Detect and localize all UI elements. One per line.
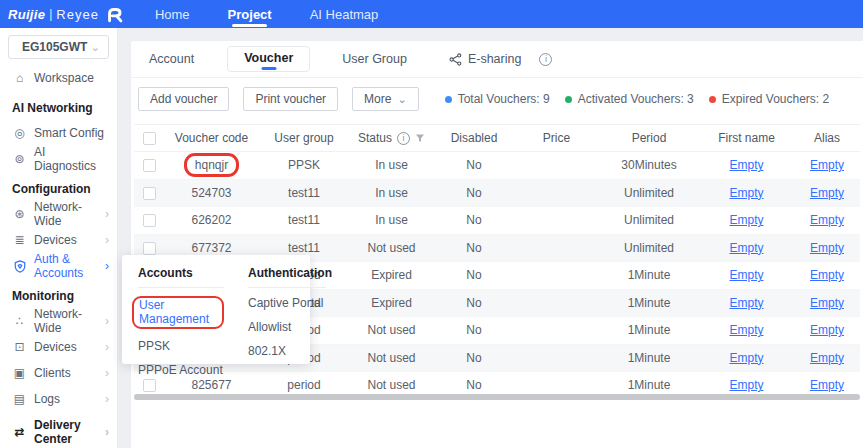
table-row: 524703 test11 In use No Unlimited Empty … — [134, 180, 860, 208]
status-cell: Not used — [349, 323, 434, 337]
first-name-empty-link[interactable]: Empty — [729, 378, 763, 392]
first-name-empty-link[interactable]: Empty — [729, 268, 763, 282]
horizontal-scrollbar-thumb[interactable] — [134, 394, 860, 400]
more-button[interactable]: More ⌄ — [352, 87, 419, 111]
voucher-code-value: 626202 — [191, 213, 231, 227]
brand-logo: Ruijie | Reyee — [0, 6, 125, 23]
menu-item-allowlist[interactable]: Allowlist — [248, 320, 326, 334]
nav-item-project[interactable]: Project — [228, 0, 272, 28]
period-cell: 1Minute — [599, 378, 699, 392]
status-cell: Not used — [349, 378, 434, 392]
period-cell: Unlimited — [599, 213, 699, 227]
disabled-cell: No — [434, 158, 514, 172]
voucher-code-cell: 825677 — [164, 378, 259, 392]
alias-empty-link[interactable]: Empty — [810, 323, 844, 337]
sidebar-item-clients[interactable]: ▣ Clients › — [0, 360, 117, 386]
info-icon[interactable]: i — [539, 53, 552, 66]
auth-accounts-popup-menu: Accounts User Management PPSK PPPoE Acco… — [122, 255, 310, 364]
sidebar-item-auth-accounts[interactable]: Auth & Accounts › — [0, 253, 117, 279]
column-user-group: User group — [259, 131, 349, 145]
first-name-empty-link[interactable]: Empty — [729, 296, 763, 310]
nav-item-home[interactable]: Home — [155, 0, 190, 28]
nav-menu: Home Project AI Heatmap — [155, 0, 378, 28]
sidebar-item-workspace[interactable]: ⌂ Workspace — [0, 65, 117, 91]
column-price: Price — [514, 131, 599, 145]
status-info-icon[interactable]: i — [397, 132, 410, 145]
device-selector[interactable]: EG105GWT ⌄ — [8, 35, 109, 59]
delivery-center-icon: ⇄ — [12, 425, 27, 439]
chevron-right-icon: › — [105, 233, 109, 247]
menu-item-pppoe-account[interactable]: PPPoE Account — [138, 363, 224, 377]
period-cell: 1Minute — [599, 296, 699, 310]
sidebar-item-ai-diagnostics[interactable]: ⊚ AI Diagnostics — [0, 146, 117, 172]
tab-e-sharing[interactable]: E-sharing — [449, 52, 522, 66]
smart-config-icon: ◎ — [12, 126, 27, 140]
column-period: Period — [599, 131, 699, 145]
user-group-cell: period — [259, 378, 349, 392]
row-checkbox-cell — [134, 378, 164, 392]
alias-empty-link[interactable]: Empty — [810, 378, 844, 392]
alias-empty-link[interactable]: Empty — [810, 296, 844, 310]
red-dot-icon — [709, 96, 716, 103]
table-header-row: Voucher code User group Status i Disable… — [134, 124, 860, 152]
sidebar-item-devices-monitoring[interactable]: ⊡ Devices › — [0, 334, 117, 360]
first-name-cell: Empty — [699, 268, 794, 282]
sidebar-item-smart-config[interactable]: ◎ Smart Config — [0, 120, 117, 146]
sidebar-item-delivery-center[interactable]: ⇄ Delivery Center › — [0, 419, 117, 445]
chevron-right-icon: › — [105, 340, 109, 354]
period-cell: Unlimited — [599, 241, 699, 255]
chevron-right-icon: › — [105, 366, 109, 380]
tab-voucher[interactable]: Voucher — [227, 46, 310, 72]
sidebar-item-network-wide-monitoring[interactable]: ∴ Network-Wide › — [0, 308, 117, 334]
alias-empty-link[interactable]: Empty — [810, 186, 844, 200]
sidebar-item-network-wide-config[interactable]: ⊛ Network-Wide › — [0, 201, 117, 227]
voucher-code-cell: 524703 — [164, 186, 259, 200]
sidebar-item-logs[interactable]: ▤ Logs › — [0, 386, 117, 412]
period-cell: Unlimited — [599, 186, 699, 200]
add-voucher-button[interactable]: Add voucher — [138, 87, 229, 111]
stat-total-vouchers: Total Vouchers: 9 — [445, 92, 550, 106]
brand-ruijie: Ruijie — [8, 7, 45, 22]
row-checkbox[interactable] — [143, 159, 156, 172]
print-voucher-button[interactable]: Print voucher — [243, 87, 338, 111]
row-checkbox-cell — [134, 158, 164, 172]
voucher-code-cell: 677372 — [164, 241, 259, 255]
column-status: Status i — [349, 131, 434, 145]
chevron-down-icon: ⌄ — [397, 95, 406, 103]
sidebar-item-devices-config[interactable]: ≣ Devices › — [0, 227, 117, 253]
status-cell: Expired — [349, 296, 434, 310]
alias-empty-link[interactable]: Empty — [810, 241, 844, 255]
period-cell: 1Minute — [599, 351, 699, 365]
menu-item-captive-portal[interactable]: Captive Portal — [248, 296, 326, 310]
row-checkbox[interactable] — [143, 242, 156, 255]
popup-header-authentication: Authentication — [248, 266, 326, 280]
menu-item-ppsk[interactable]: PPSK — [138, 339, 224, 353]
select-all-checkbox[interactable] — [143, 132, 156, 145]
menu-item-802-1x[interactable]: 802.1X — [248, 344, 326, 358]
nav-item-ai-heatmap[interactable]: AI Heatmap — [310, 0, 379, 28]
row-checkbox[interactable] — [143, 187, 156, 200]
row-checkbox[interactable] — [143, 214, 156, 227]
tab-account[interactable]: Account — [149, 52, 194, 66]
row-checkbox[interactable] — [143, 379, 156, 392]
alias-empty-link[interactable]: Empty — [810, 213, 844, 227]
filter-icon[interactable] — [415, 133, 425, 143]
alias-cell: Empty — [794, 268, 860, 282]
voucher-code-value: 677372 — [191, 241, 231, 255]
tab-user-group[interactable]: User Group — [342, 52, 407, 66]
first-name-empty-link[interactable]: Empty — [729, 158, 763, 172]
first-name-empty-link[interactable]: Empty — [729, 351, 763, 365]
alias-empty-link[interactable]: Empty — [810, 158, 844, 172]
alias-cell: Empty — [794, 378, 860, 392]
first-name-empty-link[interactable]: Empty — [729, 186, 763, 200]
alias-empty-link[interactable]: Empty — [810, 268, 844, 282]
column-disabled: Disabled — [434, 131, 514, 145]
topology-icon: ∴ — [12, 314, 27, 328]
first-name-empty-link[interactable]: Empty — [729, 323, 763, 337]
first-name-empty-link[interactable]: Empty — [729, 213, 763, 227]
first-name-empty-link[interactable]: Empty — [729, 241, 763, 255]
stat-expired-vouchers: Expired Vouchers: 2 — [709, 92, 829, 106]
header-select-all — [134, 131, 164, 145]
menu-item-user-management[interactable]: User Management — [138, 296, 224, 329]
alias-empty-link[interactable]: Empty — [810, 351, 844, 365]
